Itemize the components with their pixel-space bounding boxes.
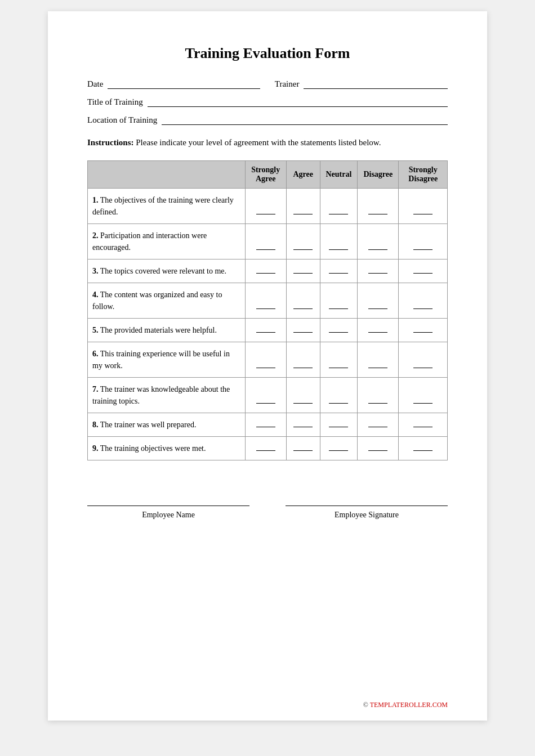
instructions-label: Instructions: xyxy=(87,138,134,147)
rating-cell[interactable] xyxy=(320,377,358,413)
table-row: 9. The training objectives were met. xyxy=(88,436,448,460)
statement-cell: 6. This training experience will be usef… xyxy=(88,342,246,377)
footer: © TEMPLATEROLLER.COM xyxy=(363,701,448,709)
rating-cell[interactable] xyxy=(286,259,320,283)
employee-name-block: Employee Name xyxy=(87,506,249,520)
rating-cell[interactable] xyxy=(320,342,358,377)
rating-cell[interactable] xyxy=(399,259,448,283)
rating-cell[interactable] xyxy=(286,283,320,318)
rating-cell[interactable] xyxy=(320,259,358,283)
th-strongly-disagree: Strongly Disagree xyxy=(399,160,448,188)
table-row: 1. The objectives of the training were c… xyxy=(88,188,448,223)
rating-cell[interactable] xyxy=(245,223,286,259)
location-input-line[interactable] xyxy=(162,115,448,125)
page: Training Evaluation Form Date Trainer Ti… xyxy=(48,11,487,721)
statement-cell: 7. The trainer was knowledgeable about t… xyxy=(88,377,246,413)
th-neutral: Neutral xyxy=(320,160,358,188)
form-fields: Date Trainer Title of Training Location … xyxy=(87,79,448,125)
rating-cell[interactable] xyxy=(399,436,448,460)
trainer-input-line[interactable] xyxy=(304,79,448,89)
rating-cell[interactable] xyxy=(399,413,448,436)
rating-cell[interactable] xyxy=(245,283,286,318)
footer-copyright: © xyxy=(363,701,370,709)
statement-cell: 3. The topics covered were relevant to m… xyxy=(88,259,246,283)
date-input-line[interactable] xyxy=(108,79,260,89)
rating-cell[interactable] xyxy=(399,318,448,342)
date-label: Date xyxy=(87,79,103,89)
table-row: 3. The topics covered were relevant to m… xyxy=(88,259,448,283)
page-title: Training Evaluation Form xyxy=(87,45,448,62)
rating-cell[interactable] xyxy=(245,318,286,342)
rating-cell[interactable] xyxy=(320,318,358,342)
employee-name-line[interactable] xyxy=(87,506,249,506)
table-row: 5. The provided materials were helpful. xyxy=(88,318,448,342)
rating-cell[interactable] xyxy=(399,283,448,318)
evaluation-table: Strongly Agree Agree Neutral Disagree St… xyxy=(87,160,448,460)
table-row: 6. This training experience will be usef… xyxy=(88,342,448,377)
employee-signature-label: Employee Signature xyxy=(286,511,448,520)
title-input-line[interactable] xyxy=(148,97,448,107)
rating-cell[interactable] xyxy=(399,342,448,377)
rating-cell[interactable] xyxy=(358,259,399,283)
rating-cell[interactable] xyxy=(320,436,358,460)
rating-cell[interactable] xyxy=(286,342,320,377)
rating-cell[interactable] xyxy=(286,413,320,436)
rating-cell[interactable] xyxy=(358,318,399,342)
table-row: 2. Participation and interaction were en… xyxy=(88,223,448,259)
rating-cell[interactable] xyxy=(320,413,358,436)
rating-cell[interactable] xyxy=(245,377,286,413)
title-label: Title of Training xyxy=(87,97,143,107)
rating-cell[interactable] xyxy=(399,377,448,413)
rating-cell[interactable] xyxy=(245,436,286,460)
table-header-row: Strongly Agree Agree Neutral Disagree St… xyxy=(88,160,448,188)
location-label: Location of Training xyxy=(87,115,157,125)
rating-cell[interactable] xyxy=(320,188,358,223)
statement-cell: 4. The content was organized and easy to… xyxy=(88,283,246,318)
footer-link[interactable]: TEMPLATEROLLER.COM xyxy=(370,701,448,709)
statement-cell: 5. The provided materials were helpful. xyxy=(88,318,246,342)
statement-cell: 9. The training objectives were met. xyxy=(88,436,246,460)
title-field-row: Title of Training xyxy=(87,97,448,107)
rating-cell[interactable] xyxy=(320,283,358,318)
th-strongly-agree: Strongly Agree xyxy=(245,160,286,188)
rating-cell[interactable] xyxy=(286,188,320,223)
rating-cell[interactable] xyxy=(286,223,320,259)
date-field-group: Date xyxy=(87,79,260,89)
rating-cell[interactable] xyxy=(399,188,448,223)
rating-cell[interactable] xyxy=(399,223,448,259)
table-row: 7. The trainer was knowledgeable about t… xyxy=(88,377,448,413)
rating-cell[interactable] xyxy=(320,223,358,259)
th-disagree: Disagree xyxy=(358,160,399,188)
rating-cell[interactable] xyxy=(245,342,286,377)
table-row: 4. The content was organized and easy to… xyxy=(88,283,448,318)
instructions-body: Please indicate your level of agreement … xyxy=(134,138,381,147)
employee-signature-line[interactable] xyxy=(286,506,448,506)
rating-cell[interactable] xyxy=(245,188,286,223)
trainer-label: Trainer xyxy=(275,79,300,89)
table-row: 8. The trainer was well prepared. xyxy=(88,413,448,436)
date-trainer-row: Date Trainer xyxy=(87,79,448,89)
rating-cell[interactable] xyxy=(358,188,399,223)
th-statement xyxy=(88,160,246,188)
rating-cell[interactable] xyxy=(358,283,399,318)
rating-cell[interactable] xyxy=(358,377,399,413)
rating-cell[interactable] xyxy=(358,342,399,377)
rating-cell[interactable] xyxy=(358,436,399,460)
rating-cell[interactable] xyxy=(358,413,399,436)
rating-cell[interactable] xyxy=(245,259,286,283)
employee-signature-block: Employee Signature xyxy=(286,506,448,520)
rating-cell[interactable] xyxy=(245,413,286,436)
signature-section: Employee Name Employee Signature xyxy=(87,494,448,520)
trainer-field-group: Trainer xyxy=(275,79,448,89)
statement-cell: 1. The objectives of the training were c… xyxy=(88,188,246,223)
rating-cell[interactable] xyxy=(286,318,320,342)
th-agree: Agree xyxy=(286,160,320,188)
rating-cell[interactable] xyxy=(286,377,320,413)
instructions-text: Instructions: Please indicate your level… xyxy=(87,136,448,149)
rating-cell[interactable] xyxy=(358,223,399,259)
statement-cell: 2. Participation and interaction were en… xyxy=(88,223,246,259)
rating-cell[interactable] xyxy=(286,436,320,460)
statement-cell: 8. The trainer was well prepared. xyxy=(88,413,246,436)
employee-name-label: Employee Name xyxy=(87,511,249,520)
location-field-row: Location of Training xyxy=(87,115,448,125)
